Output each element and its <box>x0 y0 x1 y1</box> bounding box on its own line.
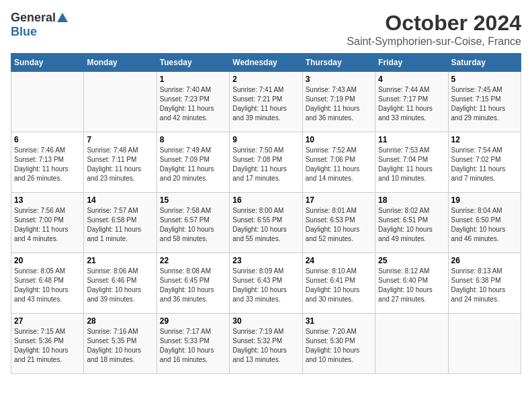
calendar-cell: 21Sunrise: 8:06 AM Sunset: 6:46 PM Dayli… <box>84 253 157 314</box>
day-number: 7 <box>87 135 153 144</box>
day-number: 26 <box>451 256 518 265</box>
week-row-2: 6Sunrise: 7:46 AM Sunset: 7:13 PM Daylig… <box>11 132 521 193</box>
day-info: Sunrise: 8:08 AM Sunset: 6:45 PM Dayligh… <box>160 267 226 304</box>
day-info: Sunrise: 7:52 AM Sunset: 7:06 PM Dayligh… <box>306 146 372 183</box>
day-number: 11 <box>378 135 445 144</box>
day-info: Sunrise: 7:44 AM Sunset: 7:17 PM Dayligh… <box>378 85 445 123</box>
header-tuesday: Tuesday <box>157 54 229 72</box>
day-info: Sunrise: 7:43 AM Sunset: 7:19 PM Dayligh… <box>306 85 372 123</box>
day-info: Sunrise: 7:16 AM Sunset: 5:35 PM Dayligh… <box>87 327 153 365</box>
day-number: 17 <box>306 195 372 205</box>
title-block: October 2024 Saint-Symphorien-sur-Coise,… <box>347 11 521 48</box>
header-friday: Friday <box>375 54 448 72</box>
logo-general: General <box>11 11 56 25</box>
calendar-title: October 2024 <box>347 11 521 36</box>
day-number: 23 <box>232 256 299 265</box>
calendar-subtitle: Saint-Symphorien-sur-Coise, France <box>347 36 521 48</box>
calendar-cell: 28Sunrise: 7:16 AM Sunset: 5:35 PM Dayli… <box>84 314 157 374</box>
calendar-cell <box>11 72 84 132</box>
day-info: Sunrise: 7:19 AM Sunset: 5:32 PM Dayligh… <box>232 327 299 365</box>
day-number: 9 <box>232 135 299 144</box>
day-info: Sunrise: 8:04 AM Sunset: 6:50 PM Dayligh… <box>451 206 518 244</box>
day-number: 31 <box>306 316 372 326</box>
calendar-cell: 16Sunrise: 8:00 AM Sunset: 6:55 PM Dayli… <box>230 193 302 253</box>
calendar-header: SundayMondayTuesdayWednesdayThursdayFrid… <box>11 54 521 72</box>
day-info: Sunrise: 8:13 AM Sunset: 6:38 PM Dayligh… <box>451 267 518 304</box>
calendar-cell: 18Sunrise: 8:02 AM Sunset: 6:51 PM Dayli… <box>375 193 448 253</box>
day-info: Sunrise: 7:57 AM Sunset: 6:58 PM Dayligh… <box>87 206 153 244</box>
calendar-cell: 10Sunrise: 7:52 AM Sunset: 7:06 PM Dayli… <box>302 132 375 193</box>
day-number: 20 <box>14 256 81 265</box>
day-info: Sunrise: 7:41 AM Sunset: 7:21 PM Dayligh… <box>232 85 299 123</box>
calendar-cell: 9Sunrise: 7:50 AM Sunset: 7:08 PM Daylig… <box>230 132 302 193</box>
calendar-cell: 27Sunrise: 7:15 AM Sunset: 5:36 PM Dayli… <box>11 314 84 374</box>
day-number: 8 <box>160 135 226 144</box>
day-info: Sunrise: 7:56 AM Sunset: 7:00 PM Dayligh… <box>14 206 81 244</box>
calendar-cell: 1Sunrise: 7:40 AM Sunset: 7:23 PM Daylig… <box>157 72 229 132</box>
logo-blue: Blue <box>11 25 37 39</box>
calendar-cell: 4Sunrise: 7:44 AM Sunset: 7:17 PM Daylig… <box>375 72 448 132</box>
day-number: 24 <box>306 256 372 265</box>
day-number: 30 <box>232 316 299 326</box>
day-info: Sunrise: 7:45 AM Sunset: 7:15 PM Dayligh… <box>451 85 518 123</box>
day-info: Sunrise: 7:50 AM Sunset: 7:08 PM Dayligh… <box>232 146 299 183</box>
day-info: Sunrise: 8:06 AM Sunset: 6:46 PM Dayligh… <box>87 267 153 304</box>
day-info: Sunrise: 7:15 AM Sunset: 5:36 PM Dayligh… <box>14 327 81 365</box>
day-number: 29 <box>160 316 226 326</box>
day-info: Sunrise: 8:12 AM Sunset: 6:40 PM Dayligh… <box>378 267 445 304</box>
calendar-cell <box>448 314 521 374</box>
calendar-cell: 7Sunrise: 7:48 AM Sunset: 7:11 PM Daylig… <box>84 132 157 193</box>
header-wednesday: Wednesday <box>230 54 302 72</box>
logo-icon <box>56 11 69 25</box>
calendar-cell: 8Sunrise: 7:49 AM Sunset: 7:09 PM Daylig… <box>157 132 229 193</box>
day-info: Sunrise: 8:10 AM Sunset: 6:41 PM Dayligh… <box>306 267 372 304</box>
calendar-cell: 3Sunrise: 7:43 AM Sunset: 7:19 PM Daylig… <box>302 72 375 132</box>
day-number: 28 <box>87 316 153 326</box>
calendar-cell: 24Sunrise: 8:10 AM Sunset: 6:41 PM Dayli… <box>302 253 375 314</box>
day-info: Sunrise: 8:01 AM Sunset: 6:53 PM Dayligh… <box>306 206 372 244</box>
header-thursday: Thursday <box>302 54 375 72</box>
calendar-cell: 29Sunrise: 7:17 AM Sunset: 5:33 PM Dayli… <box>157 314 229 374</box>
day-number: 13 <box>14 195 81 205</box>
header-monday: Monday <box>84 54 157 72</box>
day-info: Sunrise: 7:53 AM Sunset: 7:04 PM Dayligh… <box>378 146 445 183</box>
calendar-cell: 23Sunrise: 8:09 AM Sunset: 6:43 PM Dayli… <box>230 253 302 314</box>
day-number: 1 <box>160 75 226 84</box>
day-number: 14 <box>87 195 153 205</box>
day-info: Sunrise: 8:00 AM Sunset: 6:55 PM Dayligh… <box>232 206 299 244</box>
day-info: Sunrise: 8:09 AM Sunset: 6:43 PM Dayligh… <box>232 267 299 304</box>
week-row-1: 1Sunrise: 7:40 AM Sunset: 7:23 PM Daylig… <box>11 72 521 132</box>
week-row-5: 27Sunrise: 7:15 AM Sunset: 5:36 PM Dayli… <box>11 314 521 374</box>
calendar-cell: 6Sunrise: 7:46 AM Sunset: 7:13 PM Daylig… <box>11 132 84 193</box>
day-number: 10 <box>306 135 372 144</box>
calendar-cell: 17Sunrise: 8:01 AM Sunset: 6:53 PM Dayli… <box>302 193 375 253</box>
day-number: 4 <box>378 75 445 84</box>
day-number: 21 <box>87 256 153 265</box>
week-row-4: 20Sunrise: 8:05 AM Sunset: 6:48 PM Dayli… <box>11 253 521 314</box>
calendar-cell: 31Sunrise: 7:20 AM Sunset: 5:30 PM Dayli… <box>302 314 375 374</box>
calendar-cell: 12Sunrise: 7:54 AM Sunset: 7:02 PM Dayli… <box>448 132 521 193</box>
calendar-table: SundayMondayTuesdayWednesdayThursdayFrid… <box>11 53 521 374</box>
calendar-cell: 13Sunrise: 7:56 AM Sunset: 7:00 PM Dayli… <box>11 193 84 253</box>
day-info: Sunrise: 7:46 AM Sunset: 7:13 PM Dayligh… <box>14 146 81 183</box>
calendar-cell: 11Sunrise: 7:53 AM Sunset: 7:04 PM Dayli… <box>375 132 448 193</box>
day-number: 19 <box>451 195 518 205</box>
day-number: 12 <box>451 135 518 144</box>
day-number: 27 <box>14 316 81 326</box>
calendar-cell: 25Sunrise: 8:12 AM Sunset: 6:40 PM Dayli… <box>375 253 448 314</box>
calendar-cell: 15Sunrise: 7:58 AM Sunset: 6:57 PM Dayli… <box>157 193 229 253</box>
calendar-cell: 22Sunrise: 8:08 AM Sunset: 6:45 PM Dayli… <box>157 253 229 314</box>
calendar-cell: 20Sunrise: 8:05 AM Sunset: 6:48 PM Dayli… <box>11 253 84 314</box>
day-number: 5 <box>451 75 518 84</box>
day-number: 16 <box>232 195 299 205</box>
calendar-cell: 26Sunrise: 8:13 AM Sunset: 6:38 PM Dayli… <box>448 253 521 314</box>
calendar-cell: 5Sunrise: 7:45 AM Sunset: 7:15 PM Daylig… <box>448 72 521 132</box>
calendar-cell: 19Sunrise: 8:04 AM Sunset: 6:50 PM Dayli… <box>448 193 521 253</box>
day-number: 22 <box>160 256 226 265</box>
day-info: Sunrise: 7:40 AM Sunset: 7:23 PM Dayligh… <box>160 85 226 123</box>
day-info: Sunrise: 7:49 AM Sunset: 7:09 PM Dayligh… <box>160 146 226 183</box>
day-info: Sunrise: 7:17 AM Sunset: 5:33 PM Dayligh… <box>160 327 226 365</box>
day-number: 25 <box>378 256 445 265</box>
day-info: Sunrise: 7:58 AM Sunset: 6:57 PM Dayligh… <box>160 206 226 244</box>
day-number: 18 <box>378 195 445 205</box>
